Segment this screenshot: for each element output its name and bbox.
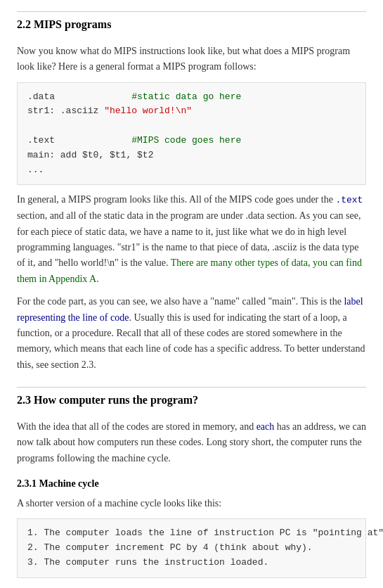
section-2-3: 2.3 How computer runs the program? With … (17, 387, 366, 588)
section-2-2-body-p2: In general, a MIPS program looks like th… (17, 192, 366, 287)
section-2-3-1-title: 2.3.1 Machine cycle (17, 476, 366, 492)
section-2-2: 2.2 MIPS programs Now you know what do M… (17, 11, 366, 373)
label-text: label representing the line of code (17, 296, 363, 322)
text-section: .text (335, 195, 363, 205)
each-text: each (257, 421, 275, 432)
section-2-3-1: 2.3.1 Machine cycle A shorter version of… (17, 476, 366, 588)
machine-cycle-code: 1. The computer loads the line of instru… (17, 518, 366, 577)
section-2-3-intro: With the idea that all of the codes are … (17, 419, 366, 466)
data-section-text: .data (245, 210, 264, 221)
section-2-3-title: 2.3 How computer runs the program? (17, 387, 366, 412)
machine-cycle-intro: A shorter version of a machine cycle loo… (17, 496, 366, 511)
code-block-mips-format: .data #static data go here str1: .asciiz… (17, 82, 366, 186)
section-2-2-intro: Now you know what do MIPS instructions l… (17, 44, 366, 75)
machine-cycle-body: This goes on until the program terminate… (17, 585, 366, 589)
appendix-text: There are many other types of data, you … (17, 257, 362, 283)
section-2-2-title: 2.2 MIPS programs (17, 11, 366, 37)
section-2-2-body-p3: For the code part, as you can see, we al… (17, 294, 366, 373)
